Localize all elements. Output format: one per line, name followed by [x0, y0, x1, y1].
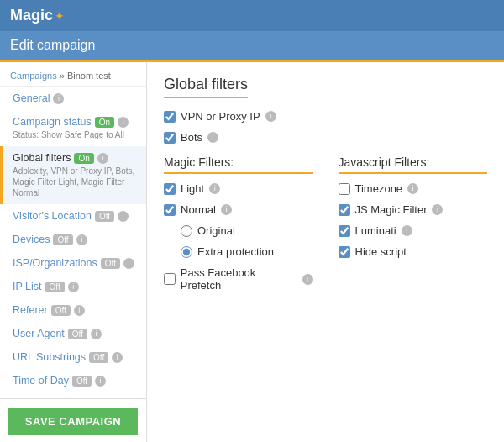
sidebar: Campaigns » Binom test General i Campaig… [0, 62, 147, 442]
sidebar-label-devices: Devices [13, 234, 50, 245]
info-icon-global-filters[interactable]: i [97, 153, 108, 164]
hide-script-row: Hide script [339, 245, 488, 258]
hide-script-label[interactable]: Hide script [339, 245, 488, 258]
sidebar-label-general: General [13, 92, 50, 104]
js-filters-title: Javascript Filters: [339, 155, 488, 174]
info-icon-light[interactable]: i [209, 183, 220, 194]
badge-campaign-status: On [95, 117, 114, 128]
badge-referer: Off [51, 305, 71, 316]
extra-protection-radio-row: Extra protection [181, 245, 313, 258]
badge-isp-organizations: Off [101, 258, 120, 269]
info-icon-referer[interactable]: i [74, 305, 85, 316]
vpn-proxy-label[interactable]: VPN or Proxy IP i [164, 110, 487, 123]
extra-protection-label[interactable]: Extra protection [181, 245, 313, 258]
global-filter-bots: Bots i [164, 131, 487, 144]
logo-text: Magic [10, 7, 53, 24]
info-icon-general[interactable]: i [53, 93, 64, 104]
info-icon-user-agent[interactable]: i [91, 329, 102, 339]
section-title: Global filters [164, 76, 487, 110]
vpn-proxy-checkbox[interactable] [164, 111, 176, 123]
sidebar-item-devices[interactable]: Devices Off i [0, 228, 146, 251]
info-icon-timezone[interactable]: i [407, 183, 418, 194]
sidebar-item-isp-organizations[interactable]: ISP/Organizations Off i [0, 251, 146, 275]
info-icon-js-magic-filter[interactable]: i [432, 204, 443, 215]
page-title-bar: Edit campaign [0, 31, 504, 62]
info-icon-normal[interactable]: i [221, 204, 232, 215]
page-title: Edit campaign [10, 38, 494, 53]
sidebar-item-referer[interactable]: Referer Off i [0, 298, 146, 322]
info-icon-isp-organizations[interactable]: i [123, 258, 134, 269]
light-text: Light [181, 182, 204, 195]
sidebar-item-general[interactable]: General i [0, 87, 146, 110]
breadcrumb-campaigns-link[interactable]: Campaigns [10, 71, 57, 81]
normal-label[interactable]: Normal i [164, 203, 313, 216]
sidebar-item-url-substrings[interactable]: URL Substrings Off i [0, 345, 146, 369]
timezone-label[interactable]: Timezone i [339, 182, 488, 195]
js-magic-filter-checkbox[interactable] [339, 204, 350, 216]
info-icon-time-of-day[interactable]: i [95, 376, 106, 387]
info-icon-pass-facebook[interactable]: i [302, 274, 313, 285]
original-radio[interactable] [181, 225, 192, 237]
js-magic-filter-row: JS Magic Filter i [339, 203, 488, 216]
sidebar-item-ip-list[interactable]: IP List Off i [0, 275, 146, 298]
sidebar-label-campaign-status: Campaign status [13, 116, 92, 128]
pass-facebook-label[interactable]: Pass Facebook Prefetch i [164, 266, 313, 292]
main-layout: Campaigns » Binom test General i Campaig… [0, 62, 504, 442]
luminati-text: Luminati [355, 224, 396, 237]
info-icon-vpn[interactable]: i [265, 111, 276, 122]
info-icon-campaign-status[interactable]: i [118, 117, 129, 128]
info-icon-url-substrings[interactable]: i [112, 352, 123, 363]
extra-protection-text: Extra protection [197, 245, 274, 258]
badge-url-substrings: Off [89, 352, 108, 363]
normal-filter-row: Normal i [164, 203, 313, 216]
normal-checkbox[interactable] [164, 204, 176, 216]
bots-checkbox[interactable] [164, 132, 176, 144]
pass-facebook-text: Pass Facebook Prefetch [181, 266, 297, 292]
app-header: Magic ✦ [0, 0, 504, 31]
normal-text: Normal [181, 203, 216, 216]
timezone-text: Timezone [355, 182, 403, 195]
info-icon-luminati[interactable]: i [402, 225, 412, 236]
sidebar-label-global-filters: Global filters [13, 152, 71, 164]
filters-columns: Magic Filters: Light i Normal i [164, 155, 487, 300]
badge-user-agent: Off [68, 329, 87, 339]
light-checkbox[interactable] [164, 183, 176, 195]
bots-label[interactable]: Bots i [164, 131, 487, 144]
sidebar-footer: SAVE CAMPAIGN [0, 398, 146, 442]
save-campaign-button[interactable]: SAVE CAMPAIGN [8, 408, 138, 435]
extra-protection-radio[interactable] [181, 246, 192, 258]
sidebar-item-campaign-status[interactable]: Campaign status On i Status: Show Safe P… [0, 110, 146, 146]
sidebar-label-ip-list: IP List [13, 281, 42, 292]
luminati-checkbox[interactable] [339, 225, 350, 237]
sidebar-label-isp-organizations: ISP/Organizations [13, 257, 97, 269]
js-filters-col: Javascript Filters: Timezone i JS Magic … [339, 155, 488, 300]
sidebar-item-global-filters[interactable]: Global filters On i Adplexity, VPN or Pr… [0, 146, 146, 204]
sidebar-item-time-of-day[interactable]: Time of Day Off i [0, 369, 146, 392]
luminati-label[interactable]: Luminati i [339, 224, 488, 237]
timezone-checkbox[interactable] [339, 183, 350, 195]
info-icon-visitors-location[interactable]: i [118, 211, 129, 222]
original-label[interactable]: Original [181, 224, 313, 237]
luminati-row: Luminati i [339, 224, 488, 237]
info-icon-devices[interactable]: i [76, 234, 87, 245]
pass-facebook-row: Pass Facebook Prefetch i [164, 266, 313, 292]
light-label[interactable]: Light i [164, 182, 313, 195]
js-magic-filter-label[interactable]: JS Magic Filter i [339, 203, 488, 216]
sub-text-campaign-status: Status: Show Safe Page to All [13, 129, 136, 140]
breadcrumb: Campaigns » Binom test [0, 66, 146, 87]
timezone-row: Timezone i [339, 182, 488, 195]
hide-script-text: Hide script [355, 245, 407, 258]
badge-time-of-day: Off [72, 376, 92, 387]
badge-ip-list: Off [45, 282, 65, 292]
sidebar-item-visitors-location[interactable]: Visitor's Location Off i [0, 204, 146, 228]
logo: Magic ✦ [10, 7, 65, 24]
original-text: Original [197, 224, 235, 237]
sidebar-item-user-agent[interactable]: User Agent Off i [0, 322, 146, 345]
info-icon-bots[interactable]: i [207, 132, 218, 143]
hide-script-checkbox[interactable] [339, 246, 350, 258]
magic-filters-col: Magic Filters: Light i Normal i [164, 155, 313, 300]
bots-text: Bots [181, 131, 202, 144]
info-icon-ip-list[interactable]: i [68, 282, 79, 292]
pass-facebook-checkbox[interactable] [164, 273, 176, 285]
sidebar-content: Campaigns » Binom test General i Campaig… [0, 62, 146, 398]
